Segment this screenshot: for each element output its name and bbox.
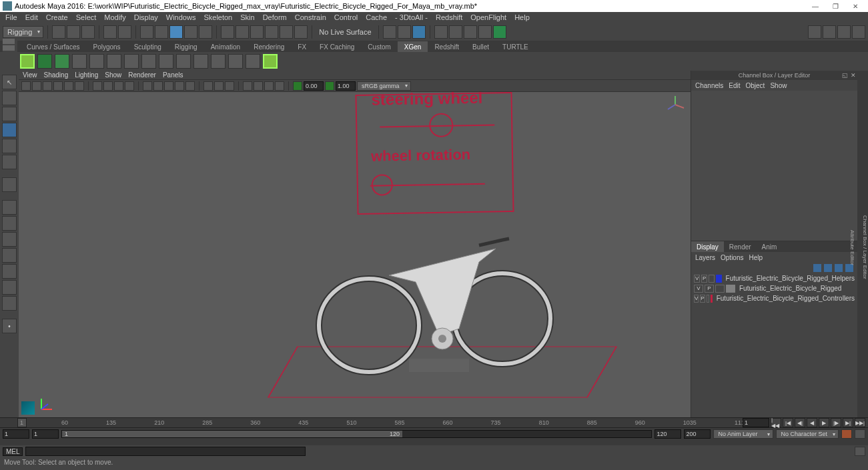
play-forward-icon[interactable]: ▶	[819, 418, 829, 427]
panel-layout3-icon[interactable]	[837, 25, 851, 39]
channel-box-body[interactable]	[691, 91, 857, 241]
command-input[interactable]	[25, 447, 306, 456]
go-start-icon[interactable]: |◀◀	[771, 418, 781, 427]
prefs-icon[interactable]	[855, 429, 865, 439]
shelf-guide5-icon[interactable]	[141, 54, 156, 69]
lasso-tool[interactable]	[2, 91, 17, 105]
autokey-icon[interactable]	[841, 429, 852, 439]
shelf-tab-turtle[interactable]: TURTLE	[496, 41, 535, 52]
redo-icon[interactable]	[118, 25, 131, 39]
panel-menu-shading[interactable]: Shading	[44, 71, 69, 79]
snap-point-icon[interactable]	[250, 25, 264, 39]
shadows-icon[interactable]	[185, 81, 195, 91]
wireframe-icon[interactable]	[143, 81, 152, 91]
snap-center-icon[interactable]	[294, 25, 308, 39]
menu-display[interactable]: Display	[130, 13, 162, 21]
panel-menu-show[interactable]: Show	[105, 71, 121, 79]
layer-row[interactable]: V P Futuristic_Electric_Bicycle_Rigged	[691, 283, 857, 293]
hypershade-layout[interactable]	[2, 296, 17, 311]
menu-windows[interactable]: Windows	[162, 13, 200, 21]
shaded-icon[interactable]	[153, 81, 163, 91]
shelf-tab-sculpting[interactable]: Sculpting	[127, 41, 168, 52]
film-gate-icon[interactable]	[103, 81, 113, 91]
menu-constrain[interactable]: Constrain	[291, 13, 330, 21]
rotate-tool[interactable]	[2, 139, 17, 153]
layer-tab-render[interactable]: Render	[724, 241, 757, 252]
layer-menu-layers[interactable]: Layers	[695, 254, 715, 261]
maximize-button[interactable]: ❐	[825, 3, 845, 10]
lock-camera-icon[interactable]	[32, 81, 41, 91]
layer-color-swatch[interactable]	[726, 285, 735, 293]
shelf-tab-fx[interactable]: FX	[291, 41, 313, 52]
save-scene-icon[interactable]	[81, 25, 95, 39]
character-set-dropdown[interactable]: No Character Set	[776, 429, 839, 439]
anim-end-input[interactable]	[684, 429, 711, 439]
menu-deform[interactable]: Deform	[259, 13, 291, 21]
shelf-guide11-icon[interactable]	[246, 54, 260, 69]
gate-mask-icon[interactable]	[125, 81, 134, 91]
grease-icon[interactable]	[75, 81, 84, 91]
shelf-collapse[interactable]	[3, 39, 17, 67]
outliner-layout[interactable]	[2, 264, 17, 279]
cb-menu-show[interactable]: Show	[770, 82, 787, 89]
single-persp-layout[interactable]	[2, 200, 17, 215]
ao-icon[interactable]	[243, 81, 252, 91]
panel-layout2-icon[interactable]	[823, 25, 836, 39]
open-scene-icon[interactable]	[67, 25, 80, 39]
shelf-tab-rigging[interactable]: Rigging	[168, 41, 204, 52]
layer-playback-toggle[interactable]: P	[700, 295, 705, 303]
bicycle-mesh[interactable]	[309, 212, 562, 379]
layer-playback-toggle[interactable]: P	[701, 275, 707, 283]
shelf-xgen-create-icon[interactable]	[37, 54, 52, 69]
select-mode-icon[interactable]	[140, 25, 153, 39]
layer-playback-toggle[interactable]: P	[705, 285, 714, 293]
lasso-icon[interactable]	[155, 25, 168, 39]
range-bar[interactable]: 1120	[62, 431, 402, 437]
script-lang-toggle[interactable]: MEL	[3, 447, 23, 456]
exposure-input[interactable]	[304, 81, 324, 91]
2d-pan-icon[interactable]	[64, 81, 73, 91]
four-view-layout[interactable]	[2, 216, 17, 231]
step-fwd-key-icon[interactable]: ▶|	[843, 418, 853, 427]
layer-visible-toggle[interactable]: V	[694, 295, 699, 303]
shelf-tab-animation[interactable]: Animation	[204, 41, 247, 52]
layer-row[interactable]: V P Futuristic_Electric_Bicycle_Rigged_C…	[691, 293, 857, 303]
layer-move-down-icon[interactable]	[824, 264, 832, 272]
shelf-tab-custom[interactable]: Custom	[361, 41, 397, 52]
gamma-input[interactable]	[336, 81, 356, 91]
move-tool[interactable]	[2, 123, 17, 137]
shelf-guide4-icon[interactable]	[124, 54, 139, 69]
panel-layout4-icon[interactable]	[852, 25, 865, 39]
shelf-xgen-interactive-icon[interactable]	[263, 54, 278, 69]
select-tool[interactable]: ↖	[2, 75, 17, 89]
viewport[interactable]: steering wheel wheel rotation persp	[19, 92, 691, 417]
script-editor-icon[interactable]	[855, 447, 865, 456]
layer-menu-options[interactable]: Options	[721, 254, 743, 261]
workspace-dropdown[interactable]: Rigging	[3, 26, 43, 38]
construction-history-icon[interactable]	[383, 25, 396, 39]
render-view-icon[interactable]	[478, 25, 492, 39]
persp-graph-layout[interactable]	[2, 280, 17, 295]
grid-icon[interactable]	[93, 81, 102, 91]
layer-tab-anim[interactable]: Anim	[757, 241, 783, 252]
shelf-xgen-desc-icon[interactable]	[55, 54, 69, 69]
menu-help[interactable]: Help	[510, 13, 534, 21]
menu-skeleton[interactable]: Skeleton	[199, 13, 236, 21]
shelf-tab-bullet[interactable]: Bullet	[466, 41, 496, 52]
sel-by-object-icon[interactable]	[199, 25, 212, 39]
layer-tab-display[interactable]: Display	[691, 241, 724, 252]
menu-cache[interactable]: Cache	[362, 13, 391, 21]
layer-display-type[interactable]	[715, 285, 725, 293]
scale-tool[interactable]	[2, 155, 17, 169]
two-side-layout[interactable]	[2, 232, 17, 247]
output-ops-icon[interactable]	[412, 25, 426, 39]
go-end-icon[interactable]: ▶▶|	[855, 418, 865, 427]
undo-icon[interactable]	[103, 25, 117, 39]
panel-menu-view[interactable]: View	[23, 71, 37, 79]
menu-control[interactable]: Control	[330, 13, 362, 21]
shelf-tab-curves[interactable]: Curves / Surfaces	[20, 41, 86, 52]
isolate-icon[interactable]	[203, 81, 213, 91]
minimize-button[interactable]: —	[805, 3, 825, 10]
menu-file[interactable]: File	[1, 13, 21, 21]
range-start-input[interactable]	[32, 429, 59, 439]
